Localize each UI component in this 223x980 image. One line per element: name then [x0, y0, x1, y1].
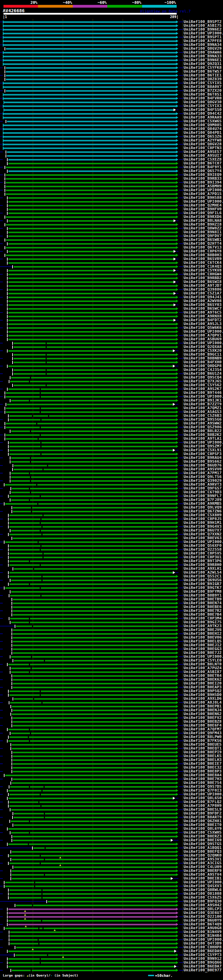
alignment-bar[interactable]: [14, 813, 176, 815]
alignment-bar[interactable]: [10, 445, 176, 447]
alignment-bar[interactable]: [11, 499, 176, 501]
alignment-bar[interactable]: [3, 140, 176, 142]
alignment-bar[interactable]: [8, 270, 173, 272]
alignment-bar[interactable]: [8, 289, 176, 291]
alignment-bar[interactable]: [6, 79, 176, 80]
alignment-bar[interactable]: [14, 354, 176, 356]
hit-label[interactable]: UniRef100_B0E977: [184, 968, 223, 972]
alignment-bar[interactable]: [12, 488, 176, 490]
alignment-bar[interactable]: [14, 361, 176, 363]
alignment-bar[interactable]: [10, 943, 176, 945]
alignment-bar[interactable]: [8, 220, 173, 222]
alignment-bar[interactable]: [3, 94, 176, 95]
alignment-bar[interactable]: [11, 492, 176, 493]
alignment-bar[interactable]: [10, 694, 176, 696]
alignment-bar[interactable]: [8, 958, 176, 960]
alignment-bar[interactable]: [6, 67, 176, 69]
alignment-bar[interactable]: [10, 453, 176, 455]
alignment-bar[interactable]: [13, 771, 176, 772]
alignment-bar[interactable]: [13, 763, 176, 765]
alignment-bar[interactable]: [12, 878, 171, 880]
alignment-bar[interactable]: [11, 530, 176, 531]
alignment-bar[interactable]: [8, 258, 173, 260]
alignment-bar[interactable]: [10, 702, 176, 704]
alignment-bar[interactable]: [6, 178, 176, 180]
alignment-bar[interactable]: [12, 713, 176, 715]
alignment-bar[interactable]: [8, 316, 176, 317]
alignment-bar[interactable]: [8, 312, 176, 313]
alignment-bar[interactable]: [8, 908, 176, 910]
alignment-bar[interactable]: [11, 473, 176, 474]
alignment-bar[interactable]: [12, 970, 176, 971]
alignment-bar[interactable]: [8, 163, 176, 164]
alignment-bar[interactable]: [8, 243, 176, 245]
alignment-bar[interactable]: [3, 113, 176, 115]
alignment-bar[interactable]: [3, 105, 176, 107]
alignment-bar[interactable]: [13, 675, 176, 677]
alignment-bar[interactable]: [3, 136, 176, 138]
alignment-bar[interactable]: [13, 725, 176, 727]
alignment-bar[interactable]: [8, 197, 176, 199]
alignment-bar[interactable]: [10, 583, 176, 585]
alignment-bar[interactable]: [3, 29, 176, 30]
alignment-bar[interactable]: [3, 21, 176, 23]
alignment-bar[interactable]: [8, 208, 176, 210]
alignment-bar[interactable]: [10, 557, 176, 558]
alignment-bar[interactable]: [12, 744, 176, 746]
alignment-bar[interactable]: [3, 40, 176, 42]
alignment-bar[interactable]: [14, 342, 176, 344]
alignment-bar[interactable]: [8, 843, 176, 845]
alignment-bar[interactable]: [13, 710, 176, 711]
alignment-bar[interactable]: [8, 916, 176, 918]
alignment-bar[interactable]: [3, 98, 176, 99]
alignment-bar[interactable]: [8, 335, 176, 337]
alignment-bar[interactable]: [13, 507, 176, 509]
alignment-bar[interactable]: [12, 874, 176, 876]
alignment-bar[interactable]: [8, 388, 176, 390]
alignment-bar[interactable]: [6, 48, 176, 50]
alignment-bar[interactable]: [10, 381, 176, 382]
alignment-bar[interactable]: [3, 132, 176, 134]
alignment-bar[interactable]: [8, 740, 176, 742]
alignment-bar[interactable]: [10, 415, 176, 417]
alignment-bar[interactable]: [8, 228, 176, 229]
alignment-bar[interactable]: [10, 419, 176, 421]
alignment-bar[interactable]: [6, 90, 176, 92]
alignment-bar[interactable]: [13, 840, 171, 841]
alignment-bar[interactable]: [10, 889, 176, 891]
alignment-bar[interactable]: [11, 667, 176, 669]
alignment-bar[interactable]: [10, 736, 176, 738]
alignment-bar[interactable]: [8, 274, 176, 275]
alignment-bar[interactable]: [11, 457, 176, 459]
alignment-bar[interactable]: [13, 538, 176, 539]
alignment-bar[interactable]: [5, 885, 176, 887]
alignment-bar[interactable]: [10, 564, 176, 566]
alignment-bar[interactable]: [3, 25, 176, 27]
alignment-bar[interactable]: [13, 717, 176, 719]
alignment-bar[interactable]: [8, 304, 173, 306]
alignment-bar[interactable]: [11, 476, 176, 478]
alignment-bar[interactable]: [6, 174, 176, 176]
alignment-bar[interactable]: [8, 159, 176, 161]
alignment-bar[interactable]: [13, 637, 176, 639]
alignment-bar[interactable]: [11, 430, 176, 432]
alignment-bar[interactable]: [11, 400, 176, 401]
alignment-bar[interactable]: [6, 186, 176, 188]
alignment-bar[interactable]: [8, 790, 176, 792]
alignment-bar[interactable]: [6, 224, 176, 226]
alignment-bar[interactable]: [5, 587, 176, 589]
alignment-bar[interactable]: [11, 461, 176, 463]
alignment-bar[interactable]: [13, 836, 176, 837]
alignment-bar[interactable]: [8, 293, 173, 294]
alignment-bar[interactable]: [8, 320, 173, 321]
alignment-bar[interactable]: [13, 679, 176, 681]
alignment-bar[interactable]: [8, 729, 176, 730]
alignment-bar[interactable]: [12, 706, 176, 708]
alignment-bar[interactable]: [13, 629, 176, 631]
alignment-bar[interactable]: [10, 560, 176, 562]
alignment-bar[interactable]: [6, 434, 176, 436]
alignment-bar[interactable]: [3, 86, 176, 88]
alignment-bar[interactable]: [14, 698, 176, 700]
alignment-bar[interactable]: [14, 373, 176, 375]
alignment-bar[interactable]: [8, 912, 176, 914]
